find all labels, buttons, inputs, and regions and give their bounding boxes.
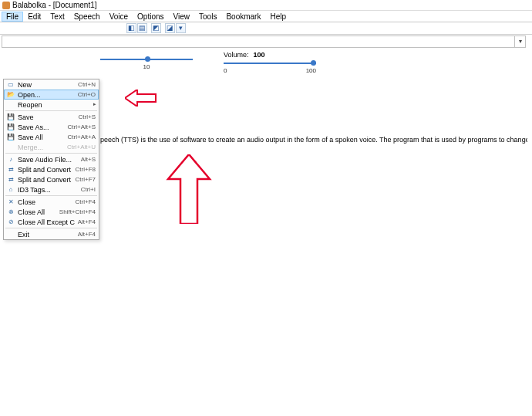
reopen-icon [6,101,15,109]
close-file-icon: ✕ [6,198,15,206]
menu-item-label: ID3 Tags... [18,186,78,194]
save-as-icon: 💾 [6,123,15,131]
menu-item-label: Exit [18,231,75,238]
menu-item-shortcut: Ctrl+F4 [72,198,96,205]
menu-separator [5,110,97,111]
menu-item-shortcut: Alt+S [78,156,96,163]
annotation-arrow-1 [125,90,157,107]
menu-item-label: Save All [18,134,65,141]
menu-item-label: Split and Convert (Not Show Window) [18,176,72,184]
open-file-icon: 📂 [6,91,15,99]
toolbar-btn-2[interactable]: ▤ [137,23,147,33]
menu-item-shortcut: Alt+F4 [75,218,96,225]
audio-file-icon: ♪ [6,156,15,164]
file-menu: ▭NewCtrl+N📂Open...Ctrl+OReopen💾SaveCtrl+… [3,79,99,240]
menu-item-close[interactable]: ✕CloseCtrl+F4 [4,197,99,207]
toolbar-btn-5[interactable]: ▾ [176,23,186,33]
menu-item-split-and-convert-not-show-window[interactable]: ⇄Split and Convert (Not Show Window)Ctrl… [4,174,99,184]
sliders-row: 10 Volume: 100 0 100 [0,48,532,74]
menu-item-shortcut: Ctrl+F8 [72,166,96,173]
menu-item-new[interactable]: ▭NewCtrl+N [4,79,99,90]
toolbar-btn-3[interactable]: ◩ [151,23,161,33]
toolbar-btn-4[interactable]: ◪ [165,23,175,33]
menu-speech[interactable]: Speech [69,12,105,22]
menu-item-shortcut: Ctrl+Alt+U [64,144,96,151]
menu-item-shortcut: Ctrl+F7 [72,176,96,183]
volume-label: Volume: [224,51,249,59]
pitch-slider-group: 10 [100,56,193,70]
menu-item-shortcut: Alt+F4 [75,231,96,238]
window-title: Balabolka - [Document1] [12,1,97,9]
menubar: File Edit Text Speech Voice Options View… [0,11,532,22]
menu-item-shortcut: Ctrl+O [75,91,96,98]
menu-item-save-all[interactable]: 💾Save AllCtrl+Alt+A [4,132,99,142]
exit-icon [6,231,15,238]
menu-separator [5,228,97,228]
menu-item-exit[interactable]: ExitAlt+F4 [4,229,99,239]
new-file-icon: ▭ [6,81,15,89]
annotation-arrow-2 [165,154,213,224]
toolbar-btn-1[interactable]: ◧ [126,23,136,33]
menu-edit[interactable]: Edit [23,12,45,22]
menu-item-label: Save As... [18,123,65,131]
menu-item-save[interactable]: 💾SaveCtrl+S [4,112,99,122]
menu-item-shortcut: Shift+Ctrl+F4 [56,208,96,215]
menu-item-shortcut: Ctrl+Alt+A [65,134,96,140]
menu-item-label: New [18,81,75,89]
menu-item-label: Save Audio File... [18,156,78,164]
menu-item-label: Close All [18,208,56,216]
id3-icon: ⌂ [6,186,15,194]
volume-min: 0 [224,67,227,74]
menu-item-shortcut: Ctrl+N [75,81,96,88]
menu-item-close-all[interactable]: ⊗Close AllShift+Ctrl+F4 [4,207,99,217]
menu-item-reopen[interactable]: Reopen [4,100,99,110]
close-except-icon: ⊘ [6,218,15,226]
convert2-icon: ⇄ [6,176,15,184]
menu-item-label: Split and Convert to Audio Files... [18,166,72,174]
menu-item-label: Save [18,113,76,121]
menu-voice[interactable]: Voice [105,12,133,22]
menu-separator [5,153,97,154]
menu-item-id3-tags[interactable]: ⌂ID3 Tags...Ctrl+I [4,184,99,194]
menu-tools[interactable]: Tools [194,12,221,22]
save-icon: 💾 [6,113,15,121]
volume-max: 100 [306,67,316,74]
menu-item-label: Close [18,198,72,206]
menu-item-merge: Merge...Ctrl+Alt+U [4,142,99,152]
pitch-mid: 10 [143,63,150,70]
dropdown-icon[interactable]: ▾ [514,36,525,47]
menu-file[interactable]: File [2,12,23,22]
menu-item-label: Reopen [18,101,93,109]
convert-icon: ⇄ [6,166,15,174]
close-all-icon: ⊗ [6,208,15,216]
menu-separator [5,195,97,196]
voice-selector[interactable]: ▾ [2,36,526,48]
volume-slider[interactable] [224,59,316,67]
volume-value: 100 [254,51,265,59]
save-all-icon: 💾 [6,134,15,141]
menu-view[interactable]: View [169,12,195,22]
menu-item-shortcut: Ctrl+I [78,186,96,193]
toolbar: ◧ ▤ ◩ ◪ ▾ [0,22,532,35]
menu-options[interactable]: Options [133,12,168,22]
app-icon [2,2,10,9]
menu-item-label: Open... [18,91,75,99]
menu-item-label: Close All Except Current [18,218,75,226]
pitch-slider[interactable] [100,56,193,63]
menu-text[interactable]: Text [45,12,69,22]
menu-help[interactable]: Help [265,12,291,22]
menu-item-split-and-convert-to-audio-files[interactable]: ⇄Split and Convert to Audio Files...Ctrl… [4,164,99,174]
menu-item-label: Merge... [18,144,64,151]
menu-item-close-all-except-current[interactable]: ⊘Close All Except CurrentAlt+F4 [4,217,99,227]
menu-item-shortcut: Ctrl+Alt+S [65,123,96,130]
titlebar: Balabolka - [Document1] [0,0,532,11]
document-text[interactable]: peech (TTS) is the use of software to cr… [100,136,527,144]
menu-item-save-as[interactable]: 💾Save As...Ctrl+Alt+S [4,122,99,132]
menu-item-shortcut: Ctrl+S [76,113,96,120]
menu-bookmark[interactable]: Bookmark [221,12,265,22]
menu-item-save-audio-file[interactable]: ♪Save Audio File...Alt+S [4,154,99,164]
menu-item-open[interactable]: 📂Open...Ctrl+O [4,90,99,100]
merge-icon [6,144,15,151]
volume-slider-group: Volume: 100 0 100 [224,51,316,74]
